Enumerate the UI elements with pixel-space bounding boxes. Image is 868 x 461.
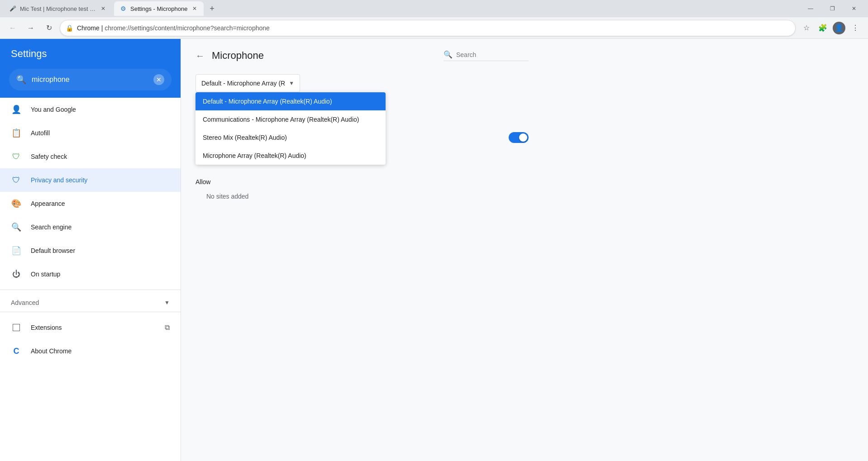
dropdown-option-microphone[interactable]: Microphone Array (Realtek(R) Audio) bbox=[196, 147, 386, 165]
sidebar: Settings 🔍 ✕ 👤 You and Google 📋 Autofill… bbox=[0, 39, 181, 461]
content-area: ← Microphone 🔍 Default - Microphone Arra… bbox=[181, 39, 543, 218]
sidebar-item-label-safety-check: Safety check bbox=[31, 153, 67, 160]
sidebar-item-you-and-google[interactable]: 👤 You and Google bbox=[0, 98, 181, 121]
address-path: chrome://settings/content/microphone?sea… bbox=[105, 24, 270, 32]
minimize-button[interactable]: — bbox=[800, 1, 821, 16]
sidebar-item-privacy-security[interactable]: 🛡 Privacy and security bbox=[0, 168, 181, 192]
sidebar-item-default-browser[interactable]: 📄 Default browser bbox=[0, 239, 181, 262]
settings-container: Settings 🔍 ✕ 👤 You and Google 📋 Autofill… bbox=[0, 39, 868, 461]
dropdown-current-value: Default - Microphone Array (R bbox=[201, 80, 285, 87]
address-bar[interactable]: 🔒 Chrome | chrome://settings/content/mic… bbox=[60, 20, 796, 36]
tab-mic-close[interactable]: ✕ bbox=[100, 5, 107, 12]
new-tab-button[interactable]: + bbox=[205, 2, 218, 15]
toggle-knob bbox=[519, 133, 527, 142]
back-arrow-icon: ← bbox=[196, 51, 205, 61]
tab-mic-test[interactable]: 🎤 Mic Test | Microphone test | Stor... ✕ bbox=[4, 1, 112, 16]
omnibar-actions: ☆ 🧩 👤 ⋮ bbox=[799, 21, 863, 35]
extensions-external-link-icon: ⧉ bbox=[165, 323, 170, 332]
tab-settings[interactable]: ⚙ Settings - Microphone ✕ bbox=[114, 1, 204, 16]
microphone-toggle[interactable] bbox=[509, 132, 529, 143]
allow-label: Allow bbox=[196, 178, 529, 185]
privacy-security-icon: 🛡 bbox=[11, 175, 22, 185]
reload-button[interactable]: ↻ bbox=[42, 21, 56, 35]
extensions-sidebar-icon bbox=[11, 322, 22, 333]
search-clear-button[interactable]: ✕ bbox=[153, 74, 164, 85]
search-input[interactable] bbox=[32, 76, 148, 84]
settings-search-bar[interactable]: 🔍 ✕ bbox=[9, 69, 172, 90]
sidebar-header: Settings bbox=[0, 39, 181, 69]
content-search[interactable]: 🔍 bbox=[444, 50, 529, 61]
address-text: Chrome | chrome://settings/content/micro… bbox=[77, 24, 790, 32]
avatar: 👤 bbox=[833, 22, 845, 34]
search-bar-icon: 🔍 bbox=[16, 75, 26, 85]
sidebar-advanced-section[interactable]: Advanced ▼ bbox=[0, 294, 181, 308]
sidebar-item-label-appearance: Appearance bbox=[31, 200, 65, 207]
content-search-input[interactable] bbox=[456, 51, 529, 58]
dropdown-chevron-icon: ▼ bbox=[289, 80, 294, 86]
sidebar-item-safety-check[interactable]: 🛡 Safety check bbox=[0, 145, 181, 168]
back-button[interactable]: ← Microphone bbox=[196, 50, 264, 62]
main-content: ← Microphone 🔍 Default - Microphone Arra… bbox=[181, 39, 868, 461]
omnibar: ← → ↻ 🔒 Chrome | chrome://settings/conte… bbox=[0, 17, 868, 39]
on-startup-icon: ⏻ bbox=[11, 269, 22, 280]
microphone-dropdown-menu: Default - Microphone Array (Realtek(R) A… bbox=[196, 92, 386, 165]
content-header: ← Microphone 🔍 bbox=[196, 50, 529, 62]
you-google-icon: 👤 bbox=[11, 104, 22, 115]
dropdown-option-stereo[interactable]: Stereo Mix (Realtek(R) Audio) bbox=[196, 128, 386, 147]
dropdown-option-default[interactable]: Default - Microphone Array (Realtek(R) A… bbox=[196, 92, 386, 110]
address-separator: | bbox=[100, 24, 105, 32]
address-domain: Chrome bbox=[77, 24, 100, 32]
window-controls: — ❐ ✕ bbox=[800, 1, 864, 16]
microphone-dropdown-wrapper: Default - Microphone Array (R ▼ Default … bbox=[196, 74, 300, 92]
sidebar-item-label-autofill: Autofill bbox=[31, 129, 50, 137]
about-chrome-icon: C bbox=[11, 346, 22, 356]
sidebar-item-label-default-browser: Default browser bbox=[31, 247, 75, 254]
sidebar-title: Settings bbox=[11, 48, 170, 60]
advanced-label: Advanced bbox=[11, 299, 39, 306]
autofill-icon: 📋 bbox=[11, 128, 22, 138]
allow-section: Allow No sites added bbox=[196, 178, 529, 207]
sidebar-item-label-privacy-security: Privacy and security bbox=[31, 176, 87, 184]
address-lock-icon: 🔒 bbox=[66, 24, 73, 32]
sidebar-item-about-chrome[interactable]: C About Chrome bbox=[0, 339, 181, 363]
dropdown-option-communications[interactable]: Communications - Microphone Array (Realt… bbox=[196, 110, 386, 128]
appearance-icon: 🎨 bbox=[11, 198, 22, 209]
sidebar-item-label-search-engine: Search engine bbox=[31, 223, 72, 231]
title-bar: 🎤 Mic Test | Microphone test | Stor... ✕… bbox=[0, 0, 868, 17]
allow-no-sites: No sites added bbox=[196, 189, 529, 207]
tab-mic-icon: 🎤 bbox=[9, 5, 16, 12]
sidebar-divider-2 bbox=[0, 312, 181, 312]
extensions-icon[interactable]: 🧩 bbox=[816, 21, 830, 35]
ext-box-icon bbox=[13, 324, 20, 331]
search-engine-icon: 🔍 bbox=[11, 222, 22, 233]
page-title: Microphone bbox=[212, 50, 264, 62]
tab-mic-label: Mic Test | Microphone test | Stor... bbox=[20, 5, 96, 12]
tab-settings-label: Settings - Microphone bbox=[130, 5, 187, 12]
tab-settings-icon: ⚙ bbox=[119, 5, 127, 12]
bookmark-star-icon[interactable]: ☆ bbox=[799, 21, 814, 35]
extensions-left: Extensions bbox=[11, 322, 62, 333]
extensions-label: Extensions bbox=[31, 324, 62, 331]
profile-avatar[interactable]: 👤 bbox=[832, 21, 846, 35]
chrome-menu-icon[interactable]: ⋮ bbox=[848, 21, 863, 35]
default-browser-icon: 📄 bbox=[11, 245, 22, 256]
sidebar-item-search-engine[interactable]: 🔍 Search engine bbox=[0, 215, 181, 239]
sidebar-item-label-on-startup: On startup bbox=[31, 271, 60, 278]
close-button[interactable]: ✕ bbox=[844, 1, 864, 16]
sidebar-item-extensions[interactable]: Extensions ⧉ bbox=[0, 316, 181, 339]
forward-nav-button[interactable]: → bbox=[24, 21, 38, 35]
content-search-icon: 🔍 bbox=[444, 50, 453, 59]
sidebar-item-label-about-chrome: About Chrome bbox=[31, 347, 72, 355]
sidebar-item-autofill[interactable]: 📋 Autofill bbox=[0, 121, 181, 145]
tab-settings-close[interactable]: ✕ bbox=[191, 5, 198, 12]
safety-check-icon: 🛡 bbox=[11, 151, 22, 162]
microphone-dropdown-trigger[interactable]: Default - Microphone Array (R ▼ bbox=[196, 74, 300, 92]
back-nav-button[interactable]: ← bbox=[5, 21, 20, 35]
advanced-chevron-icon: ▼ bbox=[164, 299, 170, 306]
maximize-button[interactable]: ❐ bbox=[822, 1, 843, 16]
sidebar-divider bbox=[0, 290, 181, 290]
sidebar-item-appearance[interactable]: 🎨 Appearance bbox=[0, 192, 181, 215]
sidebar-item-label-you-google: You and Google bbox=[31, 106, 76, 113]
sidebar-item-on-startup[interactable]: ⏻ On startup bbox=[0, 262, 181, 286]
